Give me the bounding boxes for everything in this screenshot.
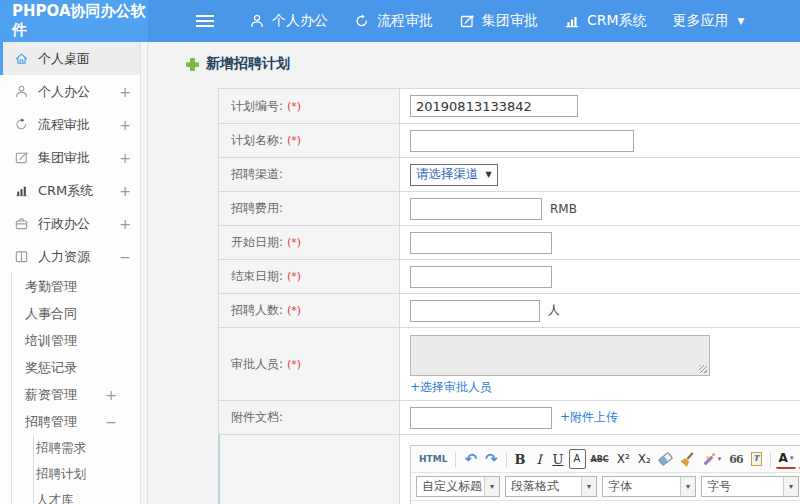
nav-item-personal-office[interactable]: 个人办公 [236,0,341,42]
expand-toggle-icon[interactable]: + [105,388,117,402]
sidebar-item-recruit-demand[interactable]: 招聘需求 [0,435,147,461]
nav-item-label: 更多应用 [673,12,729,30]
underline-button[interactable]: U [550,449,567,469]
field-label: 审批人员:(*) [219,328,400,400]
expand-toggle-icon[interactable]: − [119,250,131,264]
sidebar: 个人桌面个人办公+流程审批+集团审批+CRM系统+行政办公+人力资源−考勤管理人… [0,42,148,504]
fee-input[interactable] [410,198,542,220]
sidebar-item-rewards-records[interactable]: 奖惩记录 [0,354,147,381]
auto-typeset-button[interactable]: ▾ [699,449,725,469]
fee-field-cell: RMB [400,192,800,225]
nav-item-crm-system[interactable]: CRM系统 [551,0,660,42]
italic-button[interactable]: I [531,449,548,469]
sidebar-item-personal-office[interactable]: 个人办公+ [0,75,147,108]
undo-button-glyph: ↶ [464,450,477,468]
font-family-select[interactable]: 字体▾ [602,476,696,497]
main-content: 新增招聘计划 计划编号:(*)计划名称:(*)招聘渠道:请选择渠道▼招聘费用:R… [148,42,800,504]
bold-button[interactable]: B [512,449,529,469]
plan-number-input[interactable] [410,95,578,117]
workflow-icon [354,13,370,29]
font-size-select[interactable]: 字号▾ [701,476,799,497]
paragraph-format-select[interactable]: 段落格式▾ [505,476,597,497]
sidebar-item-human-resources[interactable]: 人力资源− [0,240,147,273]
start-date-row: 开始日期:(*) [219,225,800,259]
custom-title-select[interactable]: 自定义标题▾ [416,476,500,497]
select-approvers-link[interactable]: +选择审批人员 [410,379,492,396]
nav-item-process-approval[interactable]: 流程审批 [341,0,446,42]
sidebar-item-hr-contract[interactable]: 人事合同 [0,300,147,327]
field-label-text: 计划编号: [231,98,283,115]
expand-toggle-icon[interactable]: − [105,415,117,429]
strikethrough-button[interactable]: ABC [588,449,612,469]
chart-icon [14,183,38,198]
autotypeset-button[interactable]: A [569,449,586,469]
start-date-input[interactable] [410,232,552,254]
sidebar-item-recruitment-mgmt[interactable]: 招聘管理− [0,408,147,435]
field-suffix: RMB [550,202,577,216]
sidebar-item-recruit-plan[interactable]: 招聘计划 [0,461,147,487]
sidebar-scrollbar[interactable] [140,42,147,504]
attachment-input[interactable] [410,407,552,429]
attachment-upload-link[interactable]: +附件上传 [560,409,618,426]
plan-name-input[interactable] [410,130,634,152]
format-brush-button[interactable] [677,449,697,469]
required-marker: (*) [287,358,301,371]
field-label: 招聘人数:(*) [219,294,400,327]
user-icon [14,84,38,99]
approvers-field-cell: +选择审批人员 [400,328,800,400]
field-label: 附件文档: [219,401,400,434]
sidebar-item-talent-pool[interactable]: 人才库 [0,487,147,504]
font-color-button[interactable]: A▾ [776,449,797,469]
required-marker: (*) [287,304,301,317]
end-date-field-cell [400,260,800,293]
blockquote-button[interactable]: 66 [726,449,745,469]
headcount-input[interactable] [410,300,540,322]
workflow-icon [14,117,38,132]
sidebar-item-attendance-mgmt[interactable]: 考勤管理 [0,273,147,300]
nav-item-label: 个人办公 [272,12,328,30]
sidebar-item-crm-system[interactable]: CRM系统+ [0,174,147,207]
required-marker: (*) [287,236,301,249]
expand-toggle-icon[interactable]: + [119,118,131,132]
redo-button[interactable]: ↷ [482,449,501,469]
sidebar-item-label: 奖惩记录 [25,359,131,377]
sidebar-item-salary-mgmt[interactable]: 薪资管理+ [0,381,147,408]
superscript-button[interactable]: X² [614,449,633,469]
channel-field-cell: 请选择渠道▼ [400,158,800,191]
toolbar-separator [455,452,456,467]
expand-toggle-icon[interactable]: + [119,184,131,198]
field-label: 结束日期:(*) [219,260,400,293]
end-date-row: 结束日期:(*) [219,259,800,293]
expand-toggle-icon[interactable]: + [119,217,131,231]
sidebar-item-personal-desktop[interactable]: 个人桌面 [0,42,147,75]
menu-toggle-icon[interactable] [196,15,214,27]
paste-text-button[interactable]: T [748,449,765,469]
end-date-input[interactable] [410,266,552,288]
nav-item-more-apps[interactable]: 更多应用▼ [660,0,758,42]
sidebar-item-label: 个人办公 [38,83,119,101]
sidebar-item-admin-office[interactable]: 行政办公+ [0,207,147,240]
nav-item-label: 集团审批 [482,12,538,30]
subscript-button[interactable]: X₂ [635,449,654,469]
expand-toggle-icon[interactable]: + [119,85,131,99]
top-nav: 个人办公流程审批集团审批CRM系统更多应用▼ [236,0,758,42]
content-editor-field-cell: HTML↶↷BIUAABCX²X₂▾66TA▾ab▾自定义标题▾段落格式▾字体▾… [400,435,800,504]
html-source-button[interactable]: HTML [416,449,450,469]
caret-down-icon: ▾ [680,477,695,496]
toolbar-separator [506,452,507,467]
sidebar-item-process-approval[interactable]: 流程审批+ [0,108,147,141]
remove-format-button[interactable] [656,449,675,469]
edit-icon [459,13,475,29]
expand-toggle-icon[interactable]: + [119,151,131,165]
attachment-row: 附件文档:+附件上传 [219,400,800,434]
sidebar-item-training-mgmt[interactable]: 培训管理 [0,327,147,354]
sidebar-item-group-approval[interactable]: 集团审批+ [0,141,147,174]
app-logo: PHPOA协同办公软件 [0,0,148,42]
undo-button[interactable]: ↶ [461,449,480,469]
wand-icon [702,452,716,466]
nav-item-group-approval[interactable]: 集团审批 [446,0,551,42]
field-label-text: 计划名称: [231,132,283,149]
approvers-textarea[interactable] [410,335,710,376]
channel-select[interactable]: 请选择渠道▼ [410,164,498,186]
plan-name-field-cell [400,124,800,157]
